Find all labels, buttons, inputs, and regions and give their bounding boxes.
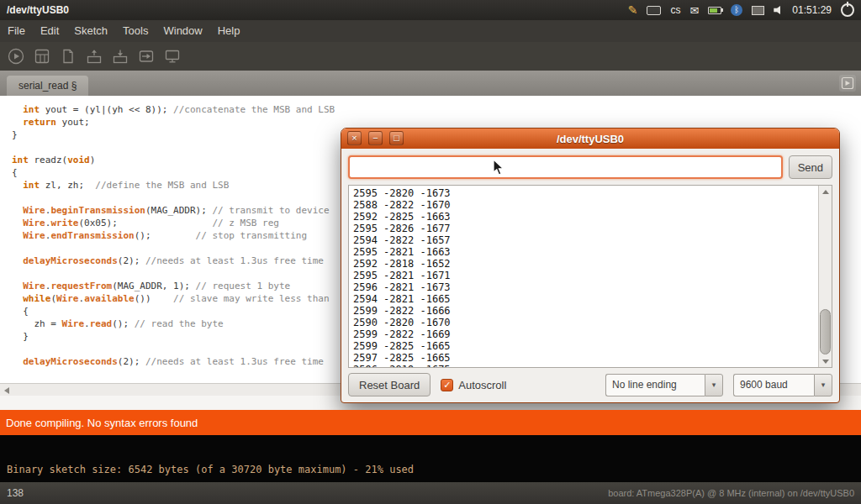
serial-line: 2599 -2822 -1669 [353, 328, 815, 340]
serial-line: 2595 -2821 -1671 [353, 270, 815, 281]
menu-item-edit[interactable]: Edit [33, 20, 66, 42]
mail-icon[interactable]: ✉ [689, 5, 699, 16]
scroll-left-arrow[interactable] [4, 387, 9, 394]
menu-item-tools[interactable]: Tools [115, 20, 156, 42]
tab-serial-read[interactable]: serial_read § [7, 76, 88, 96]
notes-icon[interactable]: ✎ [628, 4, 638, 16]
serial-line: 2599 -2822 -1666 [353, 305, 815, 317]
serial-line: 2594 -2821 -1665 [353, 293, 815, 305]
send-button[interactable]: Send [789, 155, 832, 179]
clock-indicator[interactable]: 01:51:29 [792, 4, 832, 16]
autoscroll-checkbox[interactable]: ✓ Autoscroll [441, 379, 506, 391]
active-window-title: /dev/ttyUSB0 [0, 4, 69, 16]
menu-item-file[interactable]: File [0, 20, 33, 42]
serial-line: 2595 -2826 -1677 [353, 223, 815, 234]
line-ending-select[interactable]: No line ending ▾ [605, 374, 723, 396]
serial-line: 2596 -2821 -1673 [353, 281, 815, 293]
reset-board-button[interactable]: Reset Board [348, 373, 430, 396]
new-sketch-button[interactable] [57, 45, 79, 67]
toolbar [0, 42, 861, 71]
serial-output-area[interactable]: 2595 -2820 -16732588 -2822 -16702592 -28… [348, 185, 832, 368]
menu-item-sketch[interactable]: Sketch [66, 20, 115, 42]
verify-button[interactable] [5, 45, 27, 67]
serial-line: 2588 -2822 -1670 [353, 199, 815, 211]
serial-line: 2599 -2825 -1665 [353, 340, 815, 352]
minimize-icon: − [372, 133, 378, 143]
serial-controls-row: Reset Board ✓ Autoscroll No line ending … [348, 373, 832, 396]
serial-line: 2592 -2825 -1663 [353, 211, 815, 223]
compile-status-bar: Done compiling. No syntax errors found [0, 410, 861, 435]
keyboard-icon[interactable] [647, 6, 661, 15]
menu-item-window[interactable]: Window [156, 20, 209, 42]
serial-line: 2597 -2825 -1665 [353, 352, 815, 364]
system-tray: ✎ cs ✉ ᛒ 01:51:29 [628, 3, 861, 17]
mouse-cursor [493, 159, 506, 181]
maximize-icon: □ [394, 133, 399, 143]
console-output[interactable]: Binary sketch size: 6542 bytes (of a 307… [0, 435, 861, 482]
window-maximize-button[interactable]: □ [389, 131, 404, 145]
serial-line: 2590 -2820 -1670 [353, 317, 815, 328]
menubar: FileEditSketchToolsWindowHelp [0, 20, 861, 42]
network-icon[interactable] [752, 6, 764, 15]
serial-monitor-button[interactable] [161, 45, 183, 67]
line-number-indicator: 138 [0, 487, 24, 499]
window-minimize-button[interactable]: − [368, 131, 383, 145]
scroll-down-arrow[interactable] [819, 355, 832, 367]
code-line: return yout; [12, 116, 861, 129]
board-info: board: ATmega328P(A) @ 8 MHz (internal) … [608, 488, 861, 498]
top-panel: /dev/ttyUSB0 ✎ cs ✉ ᛒ 01:51:29 [0, 0, 861, 20]
console-message: Binary sketch size: 6542 bytes (of a 307… [7, 464, 414, 475]
baud-rate-select[interactable]: 9600 baud ▾ [733, 374, 832, 396]
save-sketch-button[interactable] [109, 45, 131, 67]
serial-window-titlebar[interactable]: × − □ /dev/ttyUSB0 [341, 129, 839, 149]
serial-send-input[interactable] [348, 155, 783, 179]
menubar-items: FileEditSketchToolsWindowHelp [0, 20, 247, 42]
serial-window-title: /dev/ttyUSB0 [557, 133, 624, 145]
bluetooth-icon[interactable]: ᛒ [731, 4, 742, 16]
compile-status-message: Done compiling. No syntax errors found [6, 417, 198, 429]
open-sketch-button[interactable] [83, 45, 105, 67]
upload-button[interactable] [135, 45, 157, 67]
arduino-ide-window: /dev/ttyUSB0 ✎ cs ✉ ᛒ 01:51:29 FileEditS… [0, 0, 861, 504]
serial-monitor-window: × − □ /dev/ttyUSB0 Send 2595 -2820 -1673… [341, 128, 840, 403]
serial-line: 2596 -2819 -1675 [353, 364, 815, 367]
scrollbar-thumb[interactable] [820, 309, 831, 354]
serial-line: 2594 -2822 -1657 [353, 234, 815, 246]
autoscroll-label: Autoscroll [458, 379, 506, 391]
checkbox-icon: ✓ [441, 379, 453, 391]
keyboard-layout-indicator[interactable]: cs [670, 4, 680, 16]
serial-line: 2595 -2820 -1673 [353, 187, 815, 199]
close-icon: × [351, 133, 357, 143]
baud-rate-value: 9600 baud [733, 374, 814, 396]
tab-menu-button[interactable] [839, 75, 856, 92]
battery-icon[interactable] [708, 7, 721, 14]
status-footer: 138 board: ATmega328P(A) @ 8 MHz (intern… [0, 482, 861, 504]
volume-icon[interactable] [774, 6, 783, 15]
stop-button[interactable] [31, 45, 53, 67]
chevron-down-icon[interactable]: ▾ [705, 374, 723, 396]
line-ending-value: No line ending [605, 374, 705, 396]
menu-item-help[interactable]: Help [210, 20, 248, 42]
serial-output-lines: 2595 -2820 -16732588 -2822 -16702592 -28… [349, 186, 819, 367]
power-icon[interactable] [841, 3, 854, 17]
serial-scrollbar[interactable] [818, 186, 832, 367]
window-controls: × − □ [347, 131, 404, 145]
scroll-up-arrow[interactable] [819, 186, 832, 197]
serial-window-body: Send 2595 -2820 -16732588 -2822 -1670259… [341, 149, 839, 402]
code-line: int yout = (yl|(yh << 8)); //concatenate… [12, 103, 861, 116]
tab-bar: serial_read § [0, 71, 861, 96]
chevron-down-icon[interactable]: ▾ [814, 374, 832, 396]
window-close-button[interactable]: × [347, 131, 362, 145]
serial-line: 2595 -2821 -1663 [353, 246, 815, 258]
tab-label: serial_read § [18, 80, 77, 92]
serial-line: 2592 -2818 -1652 [353, 258, 815, 270]
